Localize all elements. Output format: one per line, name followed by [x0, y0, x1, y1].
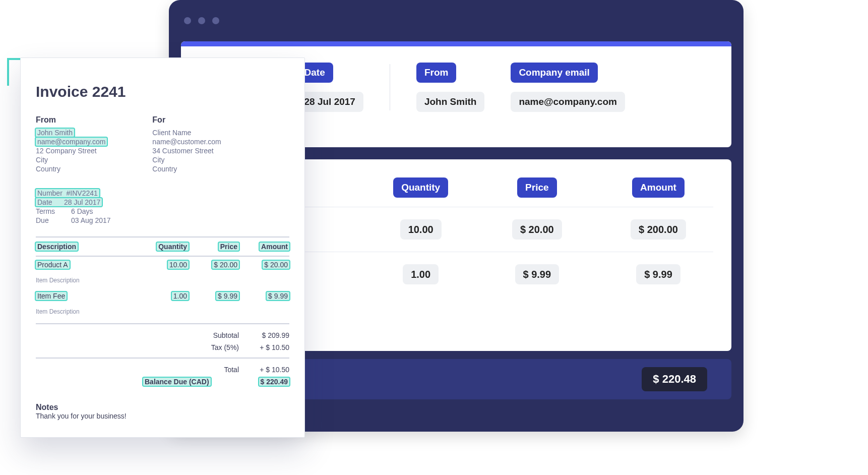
for-label: For: [152, 115, 221, 125]
col-price: Price: [517, 177, 556, 198]
invoice-document: Invoice 2241 From John Smith name@compan…: [20, 57, 305, 438]
for-block: For Client Name name@customer.com 34 Cus…: [152, 115, 221, 174]
divider: [390, 64, 390, 110]
h-price: Price: [219, 243, 239, 251]
col-amount: Amount: [632, 177, 685, 198]
meta-due-v: 03 Aug 2017: [71, 216, 111, 224]
meta-terms-k: Terms: [36, 207, 71, 215]
notes: Notes Thank you for your business!: [36, 403, 289, 420]
meta-due-k: Due: [36, 216, 71, 224]
item-qty: 10.00: [168, 261, 189, 269]
window-dot-icon: [198, 17, 205, 24]
from-city: City: [36, 156, 107, 164]
from-block: From John Smith name@company.com 12 Comp…: [36, 115, 107, 174]
from-label: From: [36, 115, 107, 125]
total-k: Total: [189, 366, 239, 374]
field-label: From: [416, 63, 457, 83]
item-sub: Item Description: [36, 308, 289, 315]
from-addr: 12 Company Street: [36, 147, 107, 155]
subtotal-k: Subtotal: [189, 331, 239, 339]
item-name: Product A: [36, 261, 70, 269]
for-name: Client Name: [152, 129, 221, 137]
balance-v: $ 220.49: [259, 378, 290, 386]
field-date: Date 28 Jul 2017: [296, 63, 363, 112]
window-dot-icon: [212, 17, 219, 24]
invoice-meta: Number #INV2241 Date 28 Jul 2017 Terms6 …: [36, 189, 289, 224]
cell-price: $ 20.00: [512, 219, 562, 240]
cell-quantity: 10.00: [400, 219, 442, 240]
for-city: City: [152, 156, 221, 164]
cell-amount: $ 200.00: [631, 219, 686, 240]
for-email: name@customer.com: [152, 138, 221, 146]
notes-v: Thank you for your business!: [36, 412, 127, 420]
item-qty: 1.00: [172, 292, 189, 300]
total-v: + $ 10.50: [239, 366, 289, 374]
field-value: name@company.com: [511, 92, 625, 112]
col-quantity: Quantity: [393, 177, 448, 198]
item-price: $ 9.99: [216, 292, 239, 300]
item-sub: Item Description: [36, 277, 289, 284]
item-amt: $ 9.99: [267, 292, 289, 300]
meta-number: Number #INV2241: [36, 189, 99, 197]
item-price: $ 20.00: [212, 261, 239, 269]
h-desc: Description: [36, 243, 78, 251]
from-email: name@company.com: [36, 138, 107, 146]
h-qty: Quantity: [157, 243, 189, 251]
notes-k: Notes: [36, 403, 58, 411]
field-label: Company email: [511, 63, 597, 83]
invoice-title: Invoice 2241: [36, 83, 289, 100]
item-name: Item Fee: [36, 292, 67, 300]
total-value: $ 220.48: [642, 367, 707, 391]
cell-amount: $ 9.99: [636, 264, 680, 284]
invoice-table: Description Quantity Price Amount Produc…: [36, 236, 289, 388]
for-addr: 34 Customer Street: [152, 147, 221, 155]
field-value: John Smith: [416, 92, 484, 112]
meta-date: Date 28 Jul 2017: [36, 198, 102, 206]
from-country: Country: [36, 165, 107, 173]
h-amt: Amount: [260, 243, 289, 251]
field-value: 28 Jul 2017: [296, 92, 363, 112]
balance-k: Balance Due (CAD): [143, 378, 211, 386]
subtotal-v: $ 209.99: [239, 331, 289, 339]
titlebar: [169, 0, 743, 41]
cell-quantity: 1.00: [403, 264, 439, 284]
cell-price: $ 9.99: [515, 264, 560, 284]
window-dot-icon: [184, 17, 191, 24]
tax-v: + $ 10.50: [239, 343, 289, 351]
field-company-email: Company email name@company.com: [511, 63, 625, 112]
for-country: Country: [152, 165, 221, 173]
field-from: From John Smith: [416, 63, 484, 112]
meta-terms-v: 6 Days: [71, 207, 93, 215]
tax-k: Tax (5%): [189, 343, 239, 351]
from-name: John Smith: [36, 129, 74, 137]
item-amt: $ 20.00: [263, 261, 289, 269]
